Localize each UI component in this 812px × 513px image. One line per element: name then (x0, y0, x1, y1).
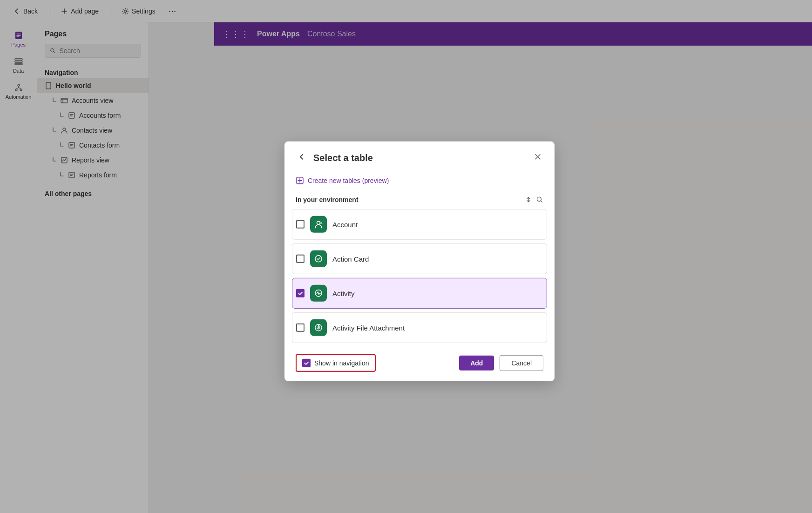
sort-icon[interactable] (525, 196, 532, 203)
attachment-icon (313, 323, 324, 333)
create-new-tables-label: Create new tables (preview) (308, 177, 389, 184)
account-table-icon (310, 216, 327, 233)
table-item-activity[interactable]: Activity (292, 278, 547, 309)
account-checkbox[interactable] (296, 220, 304, 229)
cancel-button[interactable]: Cancel (500, 355, 543, 371)
dialog-back-icon (298, 153, 306, 161)
environment-label: In your environment (296, 196, 359, 203)
action-card-checkbox[interactable] (296, 255, 304, 263)
activity-file-attachment-checkbox[interactable] (296, 324, 304, 332)
account-table-name: Account (332, 220, 358, 228)
close-icon (534, 153, 541, 161)
activity-checkbox[interactable] (296, 289, 304, 297)
show-nav-cb-checked (302, 359, 311, 367)
dialog-title: Select a table (313, 153, 373, 163)
show-in-navigation-label: Show in navigation (314, 359, 369, 367)
select-table-dialog: Select a table Create new tables (previe… (284, 142, 555, 381)
dialog-close-button[interactable] (532, 151, 543, 165)
create-table-icon (296, 176, 304, 185)
table-list: Account Action Card (284, 209, 555, 347)
action-card-icon (313, 254, 324, 264)
environment-header: In your environment (284, 192, 555, 209)
table-item-activity-file-attachment[interactable]: Activity File Attachment (292, 312, 547, 343)
dialog-header-left: Select a table (296, 151, 373, 165)
action-card-table-name: Action Card (332, 255, 369, 263)
account-icon (313, 219, 324, 230)
svg-point-19 (320, 222, 322, 224)
activity-table-icon (310, 285, 327, 302)
environment-controls (525, 196, 543, 203)
show-in-navigation-checkbox[interactable]: Show in navigation (296, 354, 376, 372)
action-card-table-icon (310, 250, 327, 267)
activity-file-table-name: Activity File Attachment (332, 324, 405, 331)
table-item-account[interactable]: Account (292, 209, 547, 240)
activity-icon (313, 288, 324, 298)
add-button[interactable]: Add (459, 356, 494, 371)
dialog-footer: Show in navigation Add Cancel (284, 347, 555, 381)
env-search-icon[interactable] (536, 196, 543, 203)
dialog-back-button[interactable] (296, 151, 308, 165)
table-item-action-card[interactable]: Action Card (292, 243, 547, 274)
dialog-header: Select a table (284, 142, 555, 173)
show-nav-check-icon (304, 360, 309, 366)
activity-file-table-icon (310, 319, 327, 336)
create-new-tables-link[interactable]: Create new tables (preview) (284, 173, 555, 192)
check-icon (298, 290, 303, 296)
activity-table-name: Activity (332, 289, 355, 297)
